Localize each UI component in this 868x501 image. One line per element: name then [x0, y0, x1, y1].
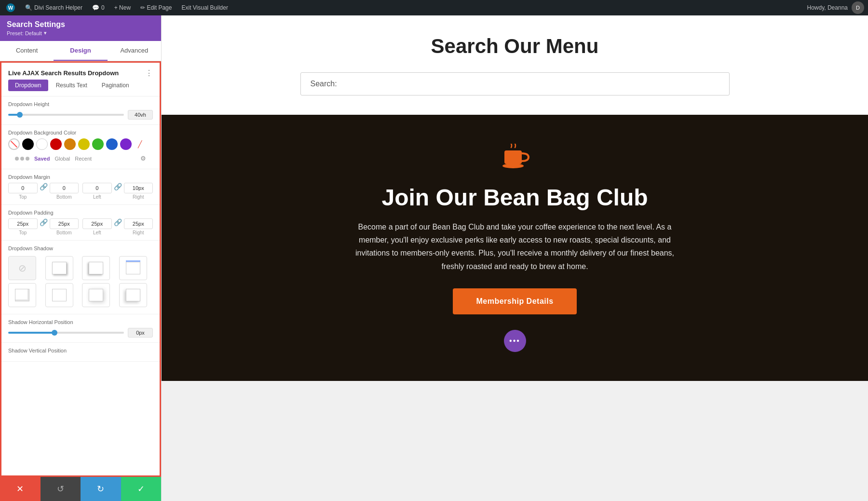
padding-bottom-label: Bottom: [56, 230, 72, 235]
dot-2: [20, 157, 24, 161]
tab-design[interactable]: Design: [54, 41, 107, 61]
tab-advanced[interactable]: Advanced: [108, 41, 161, 61]
margin-right-input[interactable]: [124, 183, 153, 193]
link-icon-1[interactable]: 🔗: [40, 183, 48, 197]
coffee-icon: [501, 144, 529, 176]
margin-left-label: Left: [93, 194, 101, 200]
shadow-preview-4: [15, 289, 29, 301]
padding-link-2[interactable]: 🔗: [114, 218, 122, 233]
panel-title: Search Settings: [7, 20, 154, 29]
shadow-option-4[interactable]: [8, 283, 36, 307]
dropdown-margin-group: Dropdown Margin Top 🔗 Bottom: [1, 169, 160, 205]
shadow-grid: ⊘: [8, 254, 153, 309]
save-button[interactable]: ✓: [121, 477, 162, 501]
search-bar[interactable]: Search:: [300, 72, 730, 95]
main-layout: Search Settings Preset: Default ▾ Conten…: [0, 15, 868, 501]
padding-link-1[interactable]: 🔗: [40, 218, 48, 233]
comment-count: 0: [101, 4, 105, 11]
sub-section-more-icon[interactable]: ⋮: [145, 68, 153, 78]
padding-left-input[interactable]: [82, 218, 112, 229]
color-swatch-white[interactable]: [36, 138, 48, 150]
color-picker-icon[interactable]: ╱: [134, 138, 146, 150]
preset-dropdown-icon[interactable]: ▾: [44, 30, 47, 36]
shadow-option-5[interactable]: [45, 283, 73, 307]
shadow-preview-1: [52, 262, 67, 274]
exit-label: Exit Visual Builder: [181, 4, 228, 11]
undo-button[interactable]: ↺: [41, 477, 81, 501]
dropdown-padding-label: Dropdown Padding: [8, 210, 153, 216]
cancel-button[interactable]: ✕: [0, 477, 41, 501]
svg-rect-2: [504, 150, 522, 164]
color-swatch-blue[interactable]: [106, 138, 118, 150]
dropdown-height-slider[interactable]: [8, 114, 124, 116]
margin-top-cell: Top: [8, 183, 38, 200]
right-content: Search Our Menu Search: J: [162, 15, 868, 501]
panel-preset: Preset: Default ▾: [7, 30, 154, 36]
left-panel: Search Settings Preset: Default ▾ Conten…: [0, 15, 162, 501]
wp-logo-icon: W: [6, 3, 15, 13]
shadow-horizontal-group: Shadow Horizontal Position 0px: [1, 314, 160, 343]
margin-left-input[interactable]: [82, 183, 112, 193]
dropdown-height-value[interactable]: 40vh: [128, 110, 153, 120]
new-item[interactable]: + New: [112, 0, 133, 15]
shadow-preview-5: [52, 289, 67, 301]
shadow-horizontal-slider[interactable]: [8, 332, 124, 334]
sub-tab-pagination[interactable]: Pagination: [95, 80, 136, 91]
color-swatch-orange[interactable]: [64, 138, 76, 150]
link-icon-2[interactable]: 🔗: [114, 183, 122, 197]
color-swatch-green[interactable]: [92, 138, 104, 150]
dots-icon: •••: [509, 337, 520, 345]
color-swatch-purple[interactable]: [120, 138, 132, 150]
panel-tabs: Content Design Advanced: [0, 41, 161, 61]
exit-builder-item[interactable]: Exit Visual Builder: [179, 0, 230, 15]
shadow-option-6[interactable]: [82, 283, 110, 307]
color-tab-global[interactable]: Global: [54, 156, 70, 162]
color-tab-recent[interactable]: Recent: [75, 156, 92, 162]
color-tabs-row: Saved Global Recent ⚙: [8, 153, 153, 164]
redo-button[interactable]: ↻: [81, 477, 121, 501]
margin-bottom-label: Bottom: [56, 194, 72, 200]
shadow-horizontal-value[interactable]: 0px: [128, 328, 153, 338]
color-swatch-black[interactable]: [22, 138, 34, 150]
margin-bottom-input[interactable]: [50, 183, 79, 193]
comments-item[interactable]: 💬 0: [90, 0, 107, 15]
dropdown-margin-label: Dropdown Margin: [8, 174, 153, 180]
shadow-preview-3: [126, 262, 140, 274]
color-swatch-red[interactable]: [50, 138, 62, 150]
avatar[interactable]: D: [852, 1, 864, 14]
padding-inputs: Top 🔗 Bottom Left 🔗: [8, 218, 153, 235]
shadow-preview-6: [89, 289, 103, 301]
padding-top-input[interactable]: [8, 218, 38, 229]
shadow-option-7[interactable]: [119, 283, 147, 307]
padding-right-label: Right: [133, 230, 144, 235]
color-dots-container: [15, 157, 29, 161]
padding-bottom-input[interactable]: [50, 218, 79, 229]
dropdown-shadow-label: Dropdown Shadow: [8, 245, 153, 251]
shadow-option-3[interactable]: [119, 256, 147, 280]
margin-inputs: Top 🔗 Bottom Left 🔗: [8, 183, 153, 200]
divi-search-helper-item[interactable]: 🔍 Divi Search Helper: [23, 0, 84, 15]
shadow-option-2[interactable]: [82, 256, 110, 280]
color-settings-icon[interactable]: ⚙: [140, 155, 146, 162]
edit-page-item[interactable]: ✏ Edit Page: [138, 0, 174, 15]
shadow-preview-7: [126, 289, 140, 301]
three-dots-button[interactable]: •••: [504, 330, 526, 352]
sub-tab-results-text[interactable]: Results Text: [49, 80, 94, 91]
color-swatch-transparent[interactable]: [8, 138, 20, 150]
dropdown-padding-group: Dropdown Padding Top 🔗 Bottom: [1, 205, 160, 241]
padding-right-input[interactable]: [124, 218, 153, 229]
margin-top-input[interactable]: [8, 183, 38, 193]
shadow-option-none[interactable]: ⊘: [8, 256, 36, 280]
padding-right-cell: Right: [124, 218, 153, 235]
shadow-horizontal-label: Shadow Horizontal Position: [8, 319, 153, 325]
tab-content[interactable]: Content: [0, 41, 54, 61]
membership-button[interactable]: Membership Details: [453, 288, 576, 314]
color-swatch-yellow[interactable]: [78, 138, 90, 150]
color-tab-saved[interactable]: Saved: [34, 156, 50, 162]
shadow-option-1[interactable]: [45, 256, 73, 280]
sub-tabs: Dropdown Results Text Pagination: [1, 80, 160, 96]
sub-tab-dropdown[interactable]: Dropdown: [8, 80, 48, 91]
wp-logo-item[interactable]: W: [4, 0, 17, 15]
comment-icon: 💬: [92, 4, 99, 11]
padding-bottom-cell: Bottom: [50, 218, 79, 235]
